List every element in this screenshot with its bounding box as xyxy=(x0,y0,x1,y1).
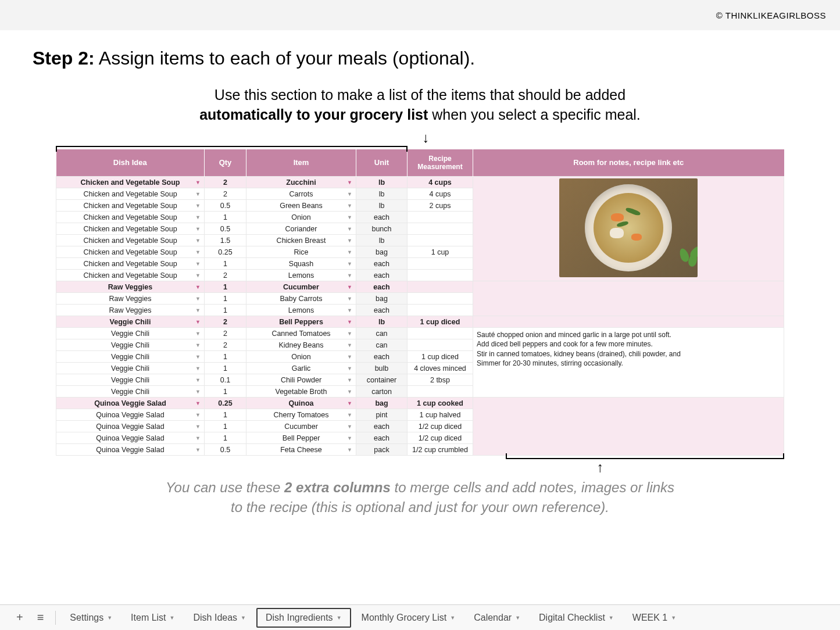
cell-dish[interactable]: Veggie Chili▼ xyxy=(56,339,205,351)
cell-unit[interactable]: bulb xyxy=(356,363,408,374)
cell-qty[interactable]: 0.5 xyxy=(205,200,246,212)
sheet-tab[interactable]: Monthly Grocery List▼ xyxy=(353,609,464,627)
dropdown-icon[interactable]: ▼ xyxy=(347,284,352,290)
cell-unit[interactable]: lb xyxy=(356,316,408,328)
cell-recipe[interactable] xyxy=(408,281,473,293)
notes-empty[interactable] xyxy=(473,281,784,316)
cell-recipe[interactable]: 1 cup diced xyxy=(408,316,473,328)
dropdown-icon[interactable]: ▼ xyxy=(347,191,352,197)
cell-recipe[interactable] xyxy=(408,328,473,339)
all-sheets-icon[interactable]: ≡ xyxy=(31,608,50,627)
dropdown-icon[interactable]: ▼ xyxy=(347,203,352,209)
cell-dish[interactable]: Veggie Chili▼ xyxy=(56,374,205,386)
dropdown-icon[interactable]: ▼ xyxy=(347,435,352,441)
dropdown-icon[interactable]: ▼ xyxy=(347,214,352,220)
cell-unit[interactable]: can xyxy=(356,339,408,351)
cell-item[interactable]: Cucumber▼ xyxy=(246,281,356,293)
cell-unit[interactable]: each xyxy=(356,351,408,363)
cell-unit[interactable]: pint xyxy=(356,409,408,421)
cell-unit[interactable]: bag xyxy=(356,246,408,258)
cell-recipe[interactable]: 4 cups xyxy=(408,177,473,188)
dropdown-icon[interactable]: ▼ xyxy=(195,284,201,290)
dropdown-icon[interactable]: ▼ xyxy=(347,296,352,302)
cell-qty[interactable]: 1 xyxy=(205,293,246,305)
cell-unit[interactable]: each xyxy=(356,212,408,223)
cell-recipe[interactable]: 1/2 cup diced xyxy=(408,432,473,444)
cell-dish[interactable]: Raw Veggies▼ xyxy=(56,281,205,293)
dropdown-icon[interactable]: ▼ xyxy=(195,366,201,371)
tab-dropdown-icon[interactable]: ▼ xyxy=(671,615,676,621)
header-item[interactable]: Item xyxy=(246,149,356,177)
cell-recipe[interactable]: 2 cups xyxy=(408,200,473,212)
dropdown-icon[interactable]: ▼ xyxy=(195,354,201,360)
header-notes[interactable]: Room for notes, recipe link etc xyxy=(473,149,784,177)
cell-item[interactable]: Green Beans▼ xyxy=(246,200,356,212)
cell-qty[interactable]: 2 xyxy=(205,339,246,351)
dropdown-icon[interactable]: ▼ xyxy=(347,389,352,395)
cell-recipe[interactable]: 1 cup cooked xyxy=(408,398,473,409)
cell-item[interactable]: Lemons▼ xyxy=(246,270,356,281)
cell-recipe[interactable]: 1 cup diced xyxy=(408,351,473,363)
cell-recipe[interactable]: 1 cup halved xyxy=(408,409,473,421)
cell-item[interactable]: Cherry Tomatoes▼ xyxy=(246,409,356,421)
cell-dish[interactable]: Chicken and Vegetable Soup▼ xyxy=(56,270,205,281)
sheet-tab[interactable]: WEEK 1▼ xyxy=(624,609,684,627)
cell-qty[interactable]: 0.25 xyxy=(205,246,246,258)
cell-dish[interactable]: Quinoa Veggie Salad▼ xyxy=(56,398,205,409)
cell-qty[interactable]: 1 xyxy=(205,386,246,398)
cell-dish[interactable]: Chicken and Vegetable Soup▼ xyxy=(56,200,205,212)
cell-item[interactable]: Cucumber▼ xyxy=(246,421,356,432)
cell-item[interactable]: Rice▼ xyxy=(246,246,356,258)
cell-item[interactable]: Onion▼ xyxy=(246,212,356,223)
cell-recipe[interactable]: 4 cups xyxy=(408,188,473,200)
cell-dish[interactable]: Chicken and Vegetable Soup▼ xyxy=(56,212,205,223)
dropdown-icon[interactable]: ▼ xyxy=(347,261,352,267)
cell-item[interactable]: Garlic▼ xyxy=(246,363,356,374)
cell-qty[interactable]: 1 xyxy=(205,305,246,316)
cell-recipe[interactable]: 1/2 cup crumbled xyxy=(408,444,473,456)
sheet-tab[interactable]: Digital Checklist▼ xyxy=(531,609,622,627)
cell-qty[interactable]: 2 xyxy=(205,328,246,339)
cell-recipe[interactable]: 1 cup xyxy=(408,246,473,258)
cell-item[interactable]: Feta Cheese▼ xyxy=(246,444,356,456)
cell-recipe[interactable] xyxy=(408,258,473,270)
dropdown-icon[interactable]: ▼ xyxy=(347,249,352,255)
cell-unit[interactable]: bag xyxy=(356,398,408,409)
cell-dish[interactable]: Veggie Chili▼ xyxy=(56,363,205,374)
cell-recipe[interactable]: 4 cloves minced xyxy=(408,363,473,374)
cell-item[interactable]: Squash▼ xyxy=(246,258,356,270)
cell-unit[interactable]: each xyxy=(356,305,408,316)
dropdown-icon[interactable]: ▼ xyxy=(347,226,352,232)
cell-dish[interactable]: Veggie Chili▼ xyxy=(56,328,205,339)
dropdown-icon[interactable]: ▼ xyxy=(195,435,201,441)
dropdown-icon[interactable]: ▼ xyxy=(195,342,201,348)
dropdown-icon[interactable]: ▼ xyxy=(347,238,352,244)
cell-dish[interactable]: Quinoa Veggie Salad▼ xyxy=(56,444,205,456)
cell-recipe[interactable] xyxy=(408,386,473,398)
tab-dropdown-icon[interactable]: ▼ xyxy=(107,615,112,621)
dropdown-icon[interactable]: ▼ xyxy=(347,319,352,325)
dropdown-icon[interactable]: ▼ xyxy=(347,342,352,348)
cell-recipe[interactable] xyxy=(408,293,473,305)
notes-empty[interactable] xyxy=(473,398,784,456)
cell-recipe[interactable] xyxy=(408,235,473,246)
cell-unit[interactable]: lb xyxy=(356,200,408,212)
cell-unit[interactable]: each xyxy=(356,421,408,432)
dropdown-icon[interactable]: ▼ xyxy=(347,400,352,406)
cell-item[interactable]: Vegetable Broth▼ xyxy=(246,386,356,398)
cell-qty[interactable]: 1 xyxy=(205,281,246,293)
notes-empty[interactable] xyxy=(473,316,784,328)
cell-unit[interactable]: lb xyxy=(356,188,408,200)
dropdown-icon[interactable]: ▼ xyxy=(195,214,201,220)
cell-item[interactable]: Kidney Beans▼ xyxy=(246,339,356,351)
cell-qty[interactable]: 0.5 xyxy=(205,444,246,456)
cell-unit[interactable]: bunch xyxy=(356,223,408,235)
cell-dish[interactable]: Quinoa Veggie Salad▼ xyxy=(56,432,205,444)
cell-item[interactable]: Bell Pepper▼ xyxy=(246,432,356,444)
cell-unit[interactable]: pack xyxy=(356,444,408,456)
dropdown-icon[interactable]: ▼ xyxy=(195,249,201,255)
tab-dropdown-icon[interactable]: ▼ xyxy=(241,615,246,621)
cell-unit[interactable]: bag xyxy=(356,293,408,305)
cell-qty[interactable]: 0.25 xyxy=(205,398,246,409)
sheet-tab[interactable]: Settings▼ xyxy=(62,609,120,627)
